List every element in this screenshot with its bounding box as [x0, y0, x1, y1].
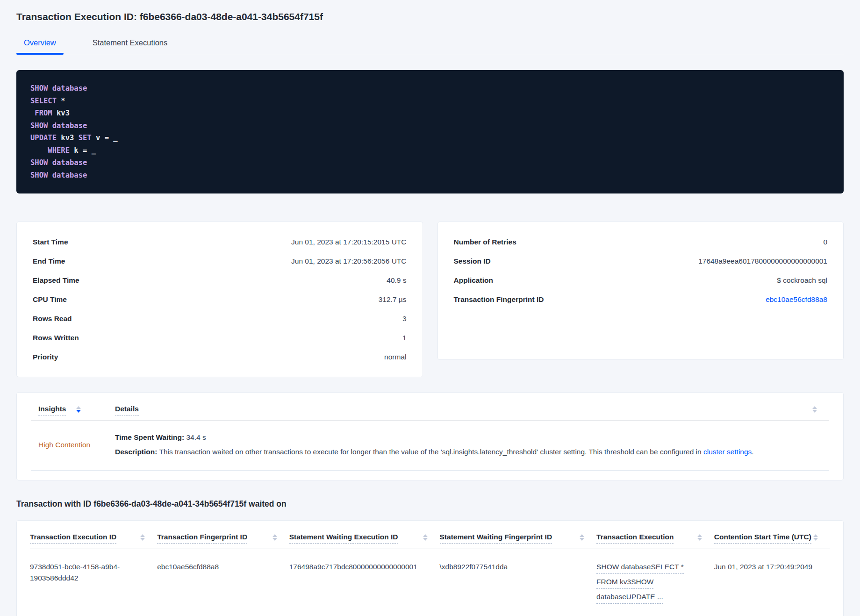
- sort-icon[interactable]: [697, 533, 702, 541]
- sort-icon[interactable]: [423, 533, 428, 541]
- summary-card-right: Number of Retries0Session ID17648a9eea60…: [437, 222, 844, 360]
- summary-label: Session ID: [454, 256, 491, 266]
- sort-icon[interactable]: [272, 533, 277, 541]
- cell-transaction-fingerprint-id: ebc10ae56cfd88a8: [157, 549, 289, 616]
- column-header-statement-waiting-execution-id: Statement Waiting Execution ID: [289, 521, 440, 544]
- summary-row: Rows Read3: [33, 309, 407, 328]
- transaction-fingerprint-link[interactable]: ebc10ae56cfd88a8: [766, 294, 827, 304]
- sql-line: UPDATE kv3 SET v = _: [30, 132, 830, 144]
- summary-row: CPU Time312.7 µs: [33, 290, 407, 309]
- details-column-header: Details: [115, 405, 139, 415]
- sql-token: [30, 146, 48, 155]
- summary-label: Application: [454, 275, 493, 285]
- summary-row: Number of Retries0: [454, 232, 828, 251]
- column-label[interactable]: Transaction Execution ID: [30, 533, 116, 544]
- transaction-execution-line[interactable]: databaseUPDATE ...: [596, 591, 663, 604]
- tab-bar: Overview Statement Executions: [16, 34, 844, 54]
- tab-statement-executions[interactable]: Statement Executions: [85, 34, 175, 54]
- waited-on-table-card: Transaction Execution ID Transaction Fin…: [16, 520, 844, 616]
- column-header-statement-waiting-fingerprint-id: Statement Waiting Fingerprint ID: [440, 521, 597, 544]
- summary-label: End Time: [33, 256, 65, 266]
- sort-icon[interactable]: [140, 533, 145, 541]
- summary-label: Rows Written: [33, 333, 79, 343]
- cell-contention-start-time: Jun 01, 2023 at 17:20:49:2049: [714, 549, 830, 616]
- summary-row: Start TimeJun 01, 2023 at 17:20:15:2015 …: [33, 232, 407, 251]
- summary-row: Transaction Fingerprint IDebc10ae56cfd88…: [454, 290, 828, 309]
- sql-token: SELECT: [30, 97, 57, 105]
- summary-row: Prioritynormal: [33, 347, 407, 366]
- summary-card-left: Start TimeJun 01, 2023 at 17:20:15:2015 …: [16, 222, 423, 377]
- time-spent-waiting-value: 34.4 s: [184, 433, 206, 441]
- summary-value: 17648a9eea6017800000000000000001: [698, 256, 827, 266]
- transaction-details-page: Transaction Execution ID: f6be6366-da03-…: [0, 0, 860, 616]
- summary-row: End TimeJun 01, 2023 at 17:20:56:2056 UT…: [33, 251, 407, 271]
- time-spent-waiting-label: Time Spent Waiting:: [115, 433, 184, 441]
- summary-label: Start Time: [33, 237, 68, 247]
- sql-code: SHOW databaseSELECT * FROM kv3SHOW datab…: [30, 82, 830, 181]
- sql-token: kv3: [52, 109, 70, 117]
- summary-cards: Start TimeJun 01, 2023 at 17:20:15:2015 …: [16, 222, 844, 377]
- cell-transaction-execution-id: 9738d051-bc0e-4158-a9b4-1903586ddd42: [30, 549, 157, 616]
- details-column-label[interactable]: Details: [115, 405, 139, 415]
- sql-token: WHERE: [48, 146, 70, 155]
- summary-label: Rows Read: [33, 314, 72, 323]
- sql-line: FROM kv3: [30, 107, 830, 120]
- column-header-transaction-execution-id: Transaction Execution ID: [30, 521, 157, 544]
- insights-table-header: Insights Details: [31, 393, 829, 415]
- summary-label: Number of Retries: [454, 237, 516, 247]
- sql-token: SET: [79, 134, 92, 142]
- summary-row: Session ID17648a9eea60178000000000000000…: [454, 251, 828, 271]
- summary-value: Jun 01, 2023 at 17:20:56:2056 UTC: [291, 256, 406, 266]
- sql-token: v = _: [92, 134, 118, 142]
- transaction-execution-link[interactable]: SHOW databaseSELECT *FROM kv3SHOWdatabas…: [596, 549, 714, 616]
- summary-row: Rows Written1: [33, 328, 407, 347]
- sql-line: SHOW database: [30, 169, 830, 182]
- transaction-execution-line[interactable]: SHOW databaseSELECT *: [596, 561, 684, 574]
- column-label[interactable]: Transaction Execution: [596, 533, 674, 544]
- column-header-transaction-fingerprint-id: Transaction Fingerprint ID: [157, 521, 289, 544]
- time-spent-waiting-line: Time Spent Waiting: 34.4 s: [115, 432, 822, 443]
- column-label[interactable]: Statement Waiting Fingerprint ID: [440, 533, 552, 544]
- column-label[interactable]: Transaction Fingerprint ID: [157, 533, 247, 544]
- insights-table-card: Insights Details High Contention Time Sp…: [16, 392, 844, 480]
- sql-token: UPDATE: [30, 134, 57, 142]
- description-label: Description:: [115, 448, 157, 456]
- sort-icon[interactable]: [813, 533, 818, 541]
- sql-token: kv3: [57, 134, 79, 142]
- insight-type-badge: High Contention: [38, 432, 115, 457]
- description-suffix: .: [752, 448, 753, 456]
- column-header-contention-start-time: Contention Start Time (UTC): [714, 521, 830, 544]
- summary-row: Application$ cockroach sql: [454, 271, 828, 290]
- description-line: Description: This transaction waited on …: [115, 447, 822, 457]
- waited-on-section-title: Transaction with ID f6be6366-da03-48de-a…: [16, 499, 844, 509]
- summary-value: Jun 01, 2023 at 17:20:15:2015 UTC: [291, 237, 406, 247]
- sql-line: SHOW database: [30, 82, 830, 95]
- summary-value: 312.7 µs: [379, 294, 407, 304]
- column-header-transaction-execution: Transaction Execution: [596, 521, 714, 544]
- cell-statement-waiting-fingerprint-id: \xdb8922f077541dda: [440, 549, 597, 616]
- insight-details: Time Spent Waiting: 34.4 s Description: …: [115, 432, 822, 457]
- sql-token: SHOW database: [30, 122, 87, 130]
- sort-icon[interactable]: [580, 533, 584, 541]
- sort-icon[interactable]: [812, 405, 817, 413]
- summary-value: 3: [402, 314, 407, 323]
- summary-value: $ cockroach sql: [777, 275, 827, 285]
- summary-value: 40.9 s: [387, 275, 406, 285]
- summary-right-rows: Number of Retries0Session ID17648a9eea60…: [454, 232, 828, 309]
- transaction-execution-line[interactable]: FROM kv3SHOW: [596, 576, 653, 589]
- summary-label: Priority: [33, 352, 58, 362]
- sql-token: k = _: [70, 146, 96, 155]
- tab-overview[interactable]: Overview: [16, 34, 64, 54]
- column-label[interactable]: Statement Waiting Execution ID: [289, 533, 398, 544]
- sort-icon[interactable]: [76, 405, 81, 413]
- waited-on-table: Transaction Execution ID Transaction Fin…: [30, 521, 830, 616]
- description-text: This transaction waited on other transac…: [157, 448, 703, 456]
- cluster-settings-link[interactable]: cluster settings: [703, 448, 752, 456]
- sql-token: SHOW database: [30, 171, 87, 179]
- page-title: Transaction Execution ID: f6be6366-da03-…: [16, 0, 844, 22]
- summary-label: CPU Time: [33, 294, 67, 304]
- column-label[interactable]: Contention Start Time (UTC): [714, 533, 811, 544]
- sql-token: *: [57, 97, 65, 105]
- sql-token: SHOW database: [30, 158, 87, 167]
- insights-column-label[interactable]: Insights: [38, 405, 66, 415]
